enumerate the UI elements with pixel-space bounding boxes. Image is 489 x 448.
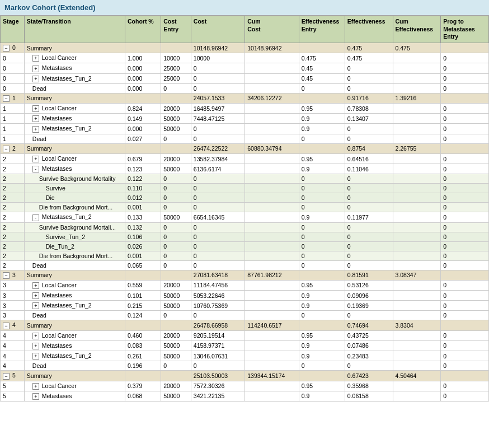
table-row: 3Dead0.12400000 <box>1 311 489 320</box>
table-row: 2Survive_Tun_20.10600000 <box>1 232 489 241</box>
cell-eff: 0.11977 <box>345 212 393 222</box>
cell-cumeff <box>393 232 441 241</box>
cell-cumeff <box>393 361 441 371</box>
table-row: 2Die0.01200000 <box>1 193 489 203</box>
col-cumeff: CumEffectiveness <box>393 16 441 43</box>
cell-cumeff <box>393 212 441 222</box>
collapse-icon[interactable]: − <box>3 45 10 52</box>
expand-icon[interactable]: + <box>32 383 39 390</box>
cell-stage: 2 <box>1 251 25 260</box>
cell-effentry: 0 <box>299 203 345 212</box>
expand-icon[interactable]: + <box>32 55 39 62</box>
cell-cohort: 0.026 <box>125 241 161 251</box>
cell-effentry: 0.45 <box>299 63 345 73</box>
expand-icon[interactable]: + <box>32 292 39 299</box>
cell-effentry <box>299 143 345 153</box>
cell-cumcost <box>245 340 299 351</box>
cell-effentry: 0.9 <box>299 124 345 134</box>
cell-costentry <box>161 93 191 103</box>
collapse-icon[interactable]: − <box>3 323 10 329</box>
cell-effentry: 0.9 <box>299 340 345 351</box>
cell-effentry: 0.95 <box>299 153 345 164</box>
cell-cohort <box>125 43 161 53</box>
cell-cost: 3421.22135 <box>191 391 244 401</box>
collapse-icon[interactable]: − <box>3 95 10 102</box>
cell-stage: 2 <box>1 222 25 232</box>
expand-icon[interactable]: + <box>32 126 39 133</box>
cell-effentry: 0 <box>299 361 345 371</box>
cell-cumcost <box>245 330 299 340</box>
cell-cumcost <box>245 391 299 401</box>
cell-cumeff <box>393 83 441 93</box>
cell-cumeff <box>393 241 441 251</box>
table-row: 0+ Metastases0.0002500000.4500 <box>1 63 489 73</box>
expand-icon[interactable]: + <box>32 76 39 82</box>
cell-costentry: 50000 <box>161 114 191 124</box>
cell-eff: 0 <box>345 174 393 184</box>
cell-prog: 0 <box>441 311 489 320</box>
expand-icon[interactable]: + <box>32 343 39 349</box>
cell-cumeff <box>393 222 441 232</box>
cell-state: + Local Cancer <box>24 330 125 340</box>
cell-stage: 2 <box>1 153 25 164</box>
cell-stage: − 0 <box>1 43 25 53</box>
cell-cumeff <box>393 153 441 164</box>
cell-stage: 1 <box>1 104 25 114</box>
cell-cost: 6654.16345 <box>191 212 244 222</box>
cell-effentry: 0 <box>299 174 345 184</box>
cell-cumeff <box>393 391 441 401</box>
cell-prog: 0 <box>441 124 489 134</box>
cell-eff: 0.53126 <box>345 280 393 290</box>
cell-prog: 0 <box>441 260 489 270</box>
cell-cumcost <box>245 290 299 300</box>
cell-eff: 0.74694 <box>345 320 393 330</box>
expand-icon[interactable]: + <box>32 333 39 339</box>
cell-cohort: 0.000 <box>125 83 161 93</box>
expand-icon[interactable]: + <box>32 393 39 400</box>
cell-eff: 0.23483 <box>345 351 393 361</box>
cell-prog: 0 <box>441 83 489 93</box>
cell-cohort: 0.559 <box>125 280 161 290</box>
cell-cumeff <box>393 73 441 83</box>
cell-effentry: 0.9 <box>299 301 345 311</box>
collapse-icon[interactable]: - <box>32 166 39 172</box>
collapse-icon[interactable]: − <box>3 146 10 152</box>
collapse-icon[interactable]: − <box>3 272 10 279</box>
cell-cumcost: 34206.12272 <box>245 93 299 103</box>
collapse-icon[interactable]: - <box>32 214 39 221</box>
table-container[interactable]: Stage State/Transition Cohort % CostEntr… <box>0 16 489 441</box>
cell-cost: 0 <box>191 174 244 184</box>
cell-cumcost <box>245 53 299 63</box>
expand-icon[interactable]: + <box>32 353 39 360</box>
cell-prog: 0 <box>441 114 489 124</box>
table-row: 2- Metastases0.123500006136.61740.90.110… <box>1 164 489 174</box>
collapse-icon[interactable]: − <box>3 373 10 380</box>
cell-prog: 0 <box>441 104 489 114</box>
expand-icon[interactable]: + <box>32 66 39 72</box>
cell-stage: 4 <box>1 330 25 340</box>
cell-cohort: 0.001 <box>125 251 161 260</box>
cell-cohort: 0.122 <box>125 174 161 184</box>
cell-eff: 0 <box>345 124 393 134</box>
expand-icon[interactable]: + <box>32 115 39 122</box>
cell-stage: 1 <box>1 114 25 124</box>
cell-state: + Metastases <box>24 391 125 401</box>
cell-costentry: 10000 <box>161 53 191 63</box>
cell-costentry <box>161 270 191 280</box>
cell-eff: 0.475 <box>345 43 393 53</box>
cell-state: + Local Cancer <box>24 153 125 164</box>
expand-icon[interactable]: + <box>32 282 39 289</box>
cell-state: Summary <box>24 371 125 381</box>
expand-icon[interactable]: + <box>32 156 39 162</box>
cell-costentry: 20000 <box>161 153 191 164</box>
expand-icon[interactable]: + <box>32 302 39 309</box>
cell-state: + Metastases <box>24 290 125 300</box>
cell-cumeff: 3.8304 <box>393 320 441 330</box>
expand-icon[interactable]: + <box>32 105 39 112</box>
cell-state: Survive_Tun_2 <box>24 232 125 241</box>
cell-cohort <box>125 143 161 153</box>
cell-cost: 4158.97371 <box>191 340 244 351</box>
cell-costentry: 20000 <box>161 104 191 114</box>
cell-prog: 0 <box>441 241 489 251</box>
cell-cohort: 0.000 <box>125 124 161 134</box>
